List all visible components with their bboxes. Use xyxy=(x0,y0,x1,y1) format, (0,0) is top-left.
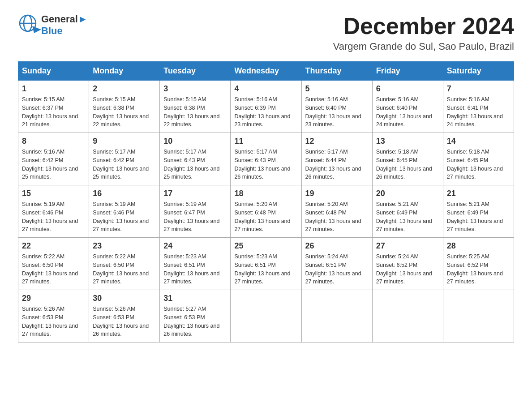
calendar-day-cell: 15Sunrise: 5:19 AMSunset: 6:46 PMDayligh… xyxy=(18,185,89,238)
weekday-header-thursday: Thursday xyxy=(301,62,372,81)
day-number: 5 xyxy=(305,84,369,94)
calendar-day-cell: 31Sunrise: 5:27 AMSunset: 6:53 PMDayligh… xyxy=(160,290,231,342)
day-number: 30 xyxy=(93,294,156,303)
weekday-header-monday: Monday xyxy=(89,62,160,81)
calendar-day-cell: 12Sunrise: 5:17 AMSunset: 6:44 PMDayligh… xyxy=(301,133,372,185)
calendar-day-cell: 7Sunrise: 5:16 AMSunset: 6:41 PMDaylight… xyxy=(443,81,514,133)
calendar-day-cell: 30Sunrise: 5:26 AMSunset: 6:53 PMDayligh… xyxy=(89,290,160,342)
calendar-day-cell xyxy=(443,290,514,342)
day-number: 10 xyxy=(163,137,227,146)
day-info: Sunrise: 5:16 AMSunset: 6:39 PMDaylight:… xyxy=(234,95,297,129)
calendar-day-cell: 5Sunrise: 5:16 AMSunset: 6:40 PMDaylight… xyxy=(301,81,372,133)
calendar-day-cell: 22Sunrise: 5:22 AMSunset: 6:50 PMDayligh… xyxy=(18,238,89,290)
calendar-day-cell: 29Sunrise: 5:26 AMSunset: 6:53 PMDayligh… xyxy=(18,290,89,342)
day-info: Sunrise: 5:16 AMSunset: 6:40 PMDaylight:… xyxy=(376,95,439,129)
day-info: Sunrise: 5:17 AMSunset: 6:44 PMDaylight:… xyxy=(305,148,369,181)
calendar-day-cell: 24Sunrise: 5:23 AMSunset: 6:51 PMDayligh… xyxy=(160,238,231,290)
day-info: Sunrise: 5:16 AMSunset: 6:40 PMDaylight:… xyxy=(305,95,369,129)
logo: General► Blue xyxy=(18,13,88,37)
day-number: 19 xyxy=(305,189,369,198)
calendar-day-cell: 14Sunrise: 5:18 AMSunset: 6:45 PMDayligh… xyxy=(443,133,514,185)
weekday-header-wednesday: Wednesday xyxy=(231,62,301,81)
day-info: Sunrise: 5:23 AMSunset: 6:51 PMDaylight:… xyxy=(163,253,227,286)
day-info: Sunrise: 5:25 AMSunset: 6:52 PMDaylight:… xyxy=(447,253,510,286)
day-number: 3 xyxy=(163,84,227,94)
calendar-day-cell xyxy=(231,290,301,342)
day-info: Sunrise: 5:15 AMSunset: 6:38 PMDaylight:… xyxy=(93,95,156,129)
day-number: 14 xyxy=(447,137,510,146)
day-info: Sunrise: 5:21 AMSunset: 6:49 PMDaylight:… xyxy=(376,200,439,234)
calendar-day-cell: 2Sunrise: 5:15 AMSunset: 6:38 PMDaylight… xyxy=(89,81,160,133)
calendar-day-cell: 21Sunrise: 5:21 AMSunset: 6:49 PMDayligh… xyxy=(443,185,514,238)
day-number: 17 xyxy=(163,189,227,198)
day-number: 21 xyxy=(447,189,510,198)
day-info: Sunrise: 5:15 AMSunset: 6:37 PMDaylight:… xyxy=(22,95,85,129)
day-info: Sunrise: 5:26 AMSunset: 6:53 PMDaylight:… xyxy=(22,305,85,338)
day-info: Sunrise: 5:18 AMSunset: 6:45 PMDaylight:… xyxy=(447,148,510,181)
calendar-day-cell: 4Sunrise: 5:16 AMSunset: 6:39 PMDaylight… xyxy=(231,81,301,133)
day-number: 24 xyxy=(163,241,227,251)
day-number: 4 xyxy=(234,84,297,94)
calendar-week-row: 8Sunrise: 5:16 AMSunset: 6:42 PMDaylight… xyxy=(18,133,514,185)
day-info: Sunrise: 5:19 AMSunset: 6:47 PMDaylight:… xyxy=(163,200,227,234)
day-number: 20 xyxy=(376,189,439,198)
day-info: Sunrise: 5:22 AMSunset: 6:50 PMDaylight:… xyxy=(93,253,156,286)
day-number: 26 xyxy=(305,241,369,251)
page-header: General► Blue December 2024 Vargem Grand… xyxy=(18,13,514,52)
calendar-day-cell: 9Sunrise: 5:17 AMSunset: 6:42 PMDaylight… xyxy=(89,133,160,185)
weekday-header-row: SundayMondayTuesdayWednesdayThursdayFrid… xyxy=(18,62,514,81)
calendar-day-cell: 25Sunrise: 5:23 AMSunset: 6:51 PMDayligh… xyxy=(231,238,301,290)
day-info: Sunrise: 5:19 AMSunset: 6:46 PMDaylight:… xyxy=(22,200,85,234)
calendar-week-row: 29Sunrise: 5:26 AMSunset: 6:53 PMDayligh… xyxy=(18,290,514,342)
weekday-header-saturday: Saturday xyxy=(443,62,514,81)
day-number: 27 xyxy=(376,241,439,251)
day-number: 2 xyxy=(93,84,156,94)
day-number: 9 xyxy=(93,137,156,146)
day-number: 12 xyxy=(305,137,369,146)
day-info: Sunrise: 5:24 AMSunset: 6:51 PMDaylight:… xyxy=(305,253,369,286)
day-info: Sunrise: 5:22 AMSunset: 6:50 PMDaylight:… xyxy=(22,253,85,286)
calendar-week-row: 1Sunrise: 5:15 AMSunset: 6:37 PMDaylight… xyxy=(18,81,514,133)
day-number: 25 xyxy=(234,241,297,251)
calendar-day-cell: 10Sunrise: 5:17 AMSunset: 6:43 PMDayligh… xyxy=(160,133,231,185)
calendar-day-cell: 20Sunrise: 5:21 AMSunset: 6:49 PMDayligh… xyxy=(372,185,443,238)
day-number: 18 xyxy=(234,189,297,198)
calendar-day-cell: 19Sunrise: 5:20 AMSunset: 6:48 PMDayligh… xyxy=(301,185,372,238)
day-number: 15 xyxy=(22,189,85,198)
day-info: Sunrise: 5:19 AMSunset: 6:46 PMDaylight:… xyxy=(93,200,156,234)
calendar-day-cell: 17Sunrise: 5:19 AMSunset: 6:47 PMDayligh… xyxy=(160,185,231,238)
day-number: 16 xyxy=(93,189,156,198)
day-number: 6 xyxy=(376,84,439,94)
day-number: 29 xyxy=(22,294,85,303)
weekday-header-tuesday: Tuesday xyxy=(160,62,231,81)
svg-marker-3 xyxy=(32,26,41,33)
day-info: Sunrise: 5:16 AMSunset: 6:41 PMDaylight:… xyxy=(447,95,510,129)
logo-text: General► Blue xyxy=(41,13,88,37)
calendar-week-row: 22Sunrise: 5:22 AMSunset: 6:50 PMDayligh… xyxy=(18,238,514,290)
day-info: Sunrise: 5:15 AMSunset: 6:38 PMDaylight:… xyxy=(163,95,227,129)
day-info: Sunrise: 5:17 AMSunset: 6:42 PMDaylight:… xyxy=(93,148,156,181)
calendar-table: SundayMondayTuesdayWednesdayThursdayFrid… xyxy=(18,61,514,342)
day-number: 11 xyxy=(234,137,297,146)
day-number: 28 xyxy=(447,241,510,251)
day-number: 22 xyxy=(22,241,85,251)
day-number: 23 xyxy=(93,241,156,251)
day-info: Sunrise: 5:20 AMSunset: 6:48 PMDaylight:… xyxy=(234,200,297,234)
calendar-day-cell: 27Sunrise: 5:24 AMSunset: 6:52 PMDayligh… xyxy=(372,238,443,290)
day-info: Sunrise: 5:16 AMSunset: 6:42 PMDaylight:… xyxy=(22,148,85,181)
day-number: 1 xyxy=(22,84,85,94)
day-info: Sunrise: 5:23 AMSunset: 6:51 PMDaylight:… xyxy=(234,253,297,286)
month-title: December 2024 xyxy=(333,13,514,39)
day-info: Sunrise: 5:20 AMSunset: 6:48 PMDaylight:… xyxy=(305,200,369,234)
calendar-day-cell: 18Sunrise: 5:20 AMSunset: 6:48 PMDayligh… xyxy=(231,185,301,238)
calendar-day-cell: 1Sunrise: 5:15 AMSunset: 6:37 PMDaylight… xyxy=(18,81,89,133)
day-number: 13 xyxy=(376,137,439,146)
day-info: Sunrise: 5:18 AMSunset: 6:45 PMDaylight:… xyxy=(376,148,439,181)
calendar-day-cell: 8Sunrise: 5:16 AMSunset: 6:42 PMDaylight… xyxy=(18,133,89,185)
day-info: Sunrise: 5:24 AMSunset: 6:52 PMDaylight:… xyxy=(376,253,439,286)
logo-icon xyxy=(18,13,41,37)
calendar-day-cell: 23Sunrise: 5:22 AMSunset: 6:50 PMDayligh… xyxy=(89,238,160,290)
day-info: Sunrise: 5:21 AMSunset: 6:49 PMDaylight:… xyxy=(447,200,510,234)
calendar-day-cell: 3Sunrise: 5:15 AMSunset: 6:38 PMDaylight… xyxy=(160,81,231,133)
day-number: 31 xyxy=(163,294,227,303)
